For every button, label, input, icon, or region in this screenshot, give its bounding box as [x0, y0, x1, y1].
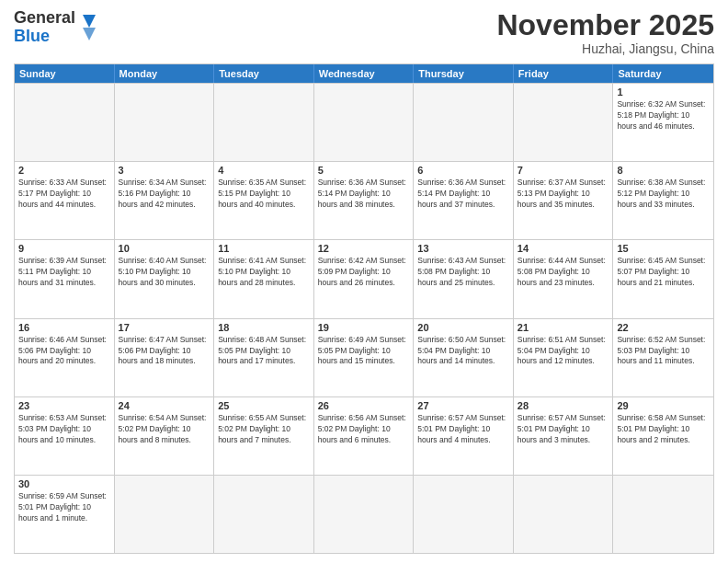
day-number: 12 — [318, 243, 410, 254]
calendar-cell: 14Sunrise: 6:44 AM Sunset: 5:08 PM Dayli… — [514, 240, 614, 317]
calendar-cell: 28Sunrise: 6:57 AM Sunset: 5:01 PM Dayli… — [514, 397, 614, 475]
calendar-cell: 30Sunrise: 6:59 AM Sunset: 5:01 PM Dayli… — [15, 476, 115, 553]
day-number: 19 — [318, 322, 410, 333]
day-info: Sunrise: 6:36 AM Sunset: 5:14 PM Dayligh… — [417, 178, 509, 211]
calendar-cell: 3Sunrise: 6:34 AM Sunset: 5:16 PM Daylig… — [115, 162, 215, 239]
day-info: Sunrise: 6:49 AM Sunset: 5:05 PM Dayligh… — [318, 335, 410, 368]
calendar-cell: 2Sunrise: 6:33 AM Sunset: 5:17 PM Daylig… — [15, 162, 115, 239]
day-info: Sunrise: 6:45 AM Sunset: 5:07 PM Dayligh… — [617, 256, 710, 289]
weekday-header-saturday: Saturday — [613, 64, 713, 83]
calendar-cell: 21Sunrise: 6:51 AM Sunset: 5:04 PM Dayli… — [514, 319, 614, 396]
calendar-cell: 4Sunrise: 6:35 AM Sunset: 5:15 PM Daylig… — [214, 162, 314, 239]
calendar-cell — [214, 476, 314, 553]
calendar-cell — [115, 84, 215, 161]
day-number: 14 — [518, 243, 609, 254]
day-number: 10 — [119, 243, 210, 254]
weekday-header-thursday: Thursday — [414, 64, 514, 83]
day-number: 23 — [18, 400, 110, 411]
calendar-cell: 1Sunrise: 6:32 AM Sunset: 5:18 PM Daylig… — [613, 84, 713, 161]
weekday-header-wednesday: Wednesday — [314, 64, 415, 83]
logo-area: General Blue — [14, 9, 97, 46]
calendar-cell — [514, 84, 614, 161]
day-info: Sunrise: 6:44 AM Sunset: 5:08 PM Dayligh… — [518, 256, 609, 289]
day-info: Sunrise: 6:34 AM Sunset: 5:16 PM Dayligh… — [119, 178, 210, 211]
day-number: 24 — [119, 400, 210, 411]
calendar-week-3: 9Sunrise: 6:39 AM Sunset: 5:11 PM Daylig… — [15, 239, 713, 317]
calendar-cell — [514, 476, 614, 553]
day-number: 17 — [119, 322, 210, 333]
weekday-header-friday: Friday — [514, 64, 614, 83]
calendar-week-6: 30Sunrise: 6:59 AM Sunset: 5:01 PM Dayli… — [15, 475, 713, 553]
calendar-cell: 8Sunrise: 6:38 AM Sunset: 5:12 PM Daylig… — [613, 162, 713, 239]
page: General Blue November 2025 Huzhai, Jiang… — [0, 0, 728, 563]
day-number: 26 — [318, 400, 410, 411]
calendar-cell: 16Sunrise: 6:46 AM Sunset: 5:06 PM Dayli… — [15, 319, 115, 396]
day-info: Sunrise: 6:54 AM Sunset: 5:02 PM Dayligh… — [119, 413, 210, 446]
location-subtitle: Huzhai, Jiangsu, China — [496, 41, 714, 56]
calendar-cell: 29Sunrise: 6:58 AM Sunset: 5:01 PM Dayli… — [613, 397, 713, 475]
calendar-cell: 7Sunrise: 6:37 AM Sunset: 5:13 PM Daylig… — [514, 162, 614, 239]
calendar-cell: 20Sunrise: 6:50 AM Sunset: 5:04 PM Dayli… — [414, 319, 514, 396]
day-info: Sunrise: 6:59 AM Sunset: 5:01 PM Dayligh… — [18, 491, 110, 524]
svg-marker-1 — [83, 28, 96, 40]
day-number: 2 — [18, 165, 110, 176]
day-number: 11 — [218, 243, 310, 254]
day-info: Sunrise: 6:50 AM Sunset: 5:04 PM Dayligh… — [417, 335, 509, 368]
calendar-cell — [613, 476, 713, 553]
calendar-cell: 22Sunrise: 6:52 AM Sunset: 5:03 PM Dayli… — [613, 319, 713, 396]
calendar-header: SundayMondayTuesdayWednesdayThursdayFrid… — [15, 64, 713, 83]
calendar-cell: 6Sunrise: 6:36 AM Sunset: 5:14 PM Daylig… — [414, 162, 514, 239]
svg-marker-0 — [83, 15, 96, 28]
day-number: 8 — [617, 165, 710, 176]
day-number: 1 — [617, 86, 710, 98]
calendar-cell: 12Sunrise: 6:42 AM Sunset: 5:09 PM Dayli… — [314, 240, 415, 317]
day-info: Sunrise: 6:47 AM Sunset: 5:06 PM Dayligh… — [119, 335, 210, 368]
day-number: 3 — [119, 165, 210, 176]
calendar-week-4: 16Sunrise: 6:46 AM Sunset: 5:06 PM Dayli… — [15, 318, 713, 396]
calendar-cell: 25Sunrise: 6:55 AM Sunset: 5:02 PM Dayli… — [214, 397, 314, 475]
calendar: SundayMondayTuesdayWednesdayThursdayFrid… — [14, 63, 714, 554]
day-info: Sunrise: 6:37 AM Sunset: 5:13 PM Dayligh… — [518, 178, 609, 211]
day-info: Sunrise: 6:56 AM Sunset: 5:02 PM Dayligh… — [318, 413, 410, 446]
calendar-cell — [314, 84, 415, 161]
calendar-cell — [414, 84, 514, 161]
weekday-header-tuesday: Tuesday — [214, 64, 314, 83]
day-number: 13 — [417, 243, 509, 254]
day-number: 4 — [218, 165, 310, 176]
day-number: 7 — [518, 165, 609, 176]
calendar-body: 1Sunrise: 6:32 AM Sunset: 5:18 PM Daylig… — [15, 83, 713, 553]
logo: General Blue — [14, 9, 97, 46]
day-info: Sunrise: 6:57 AM Sunset: 5:01 PM Dayligh… — [417, 413, 509, 446]
day-info: Sunrise: 6:46 AM Sunset: 5:06 PM Dayligh… — [18, 335, 110, 368]
calendar-cell: 24Sunrise: 6:54 AM Sunset: 5:02 PM Dayli… — [115, 397, 215, 475]
day-info: Sunrise: 6:32 AM Sunset: 5:18 PM Dayligh… — [617, 99, 710, 132]
day-number: 9 — [18, 243, 110, 254]
calendar-cell: 17Sunrise: 6:47 AM Sunset: 5:06 PM Dayli… — [115, 319, 215, 396]
weekday-header-sunday: Sunday — [15, 64, 115, 83]
day-number: 28 — [518, 400, 609, 411]
day-info: Sunrise: 6:33 AM Sunset: 5:17 PM Dayligh… — [18, 178, 110, 211]
calendar-cell: 19Sunrise: 6:49 AM Sunset: 5:05 PM Dayli… — [314, 319, 415, 396]
day-info: Sunrise: 6:52 AM Sunset: 5:03 PM Dayligh… — [617, 335, 710, 368]
calendar-cell: 23Sunrise: 6:53 AM Sunset: 5:03 PM Dayli… — [15, 397, 115, 475]
calendar-cell: 15Sunrise: 6:45 AM Sunset: 5:07 PM Dayli… — [613, 240, 713, 317]
day-info: Sunrise: 6:42 AM Sunset: 5:09 PM Dayligh… — [318, 256, 410, 289]
day-info: Sunrise: 6:57 AM Sunset: 5:01 PM Dayligh… — [518, 413, 609, 446]
calendar-week-5: 23Sunrise: 6:53 AM Sunset: 5:03 PM Dayli… — [15, 396, 713, 475]
day-number: 15 — [617, 243, 710, 254]
day-number: 6 — [417, 165, 509, 176]
day-info: Sunrise: 6:40 AM Sunset: 5:10 PM Dayligh… — [119, 256, 210, 289]
day-number: 20 — [417, 322, 509, 333]
day-number: 29 — [617, 400, 710, 411]
calendar-cell: 10Sunrise: 6:40 AM Sunset: 5:10 PM Dayli… — [115, 240, 215, 317]
day-info: Sunrise: 6:35 AM Sunset: 5:15 PM Dayligh… — [218, 178, 310, 211]
calendar-cell — [214, 84, 314, 161]
calendar-cell: 18Sunrise: 6:48 AM Sunset: 5:05 PM Dayli… — [214, 319, 314, 396]
day-number: 27 — [417, 400, 509, 411]
day-info: Sunrise: 6:39 AM Sunset: 5:11 PM Dayligh… — [18, 256, 110, 289]
calendar-cell — [314, 476, 415, 553]
title-area: November 2025 Huzhai, Jiangsu, China — [496, 9, 714, 56]
day-info: Sunrise: 6:48 AM Sunset: 5:05 PM Dayligh… — [218, 335, 310, 368]
day-number: 21 — [518, 322, 609, 333]
header: General Blue November 2025 Huzhai, Jiang… — [14, 9, 714, 56]
